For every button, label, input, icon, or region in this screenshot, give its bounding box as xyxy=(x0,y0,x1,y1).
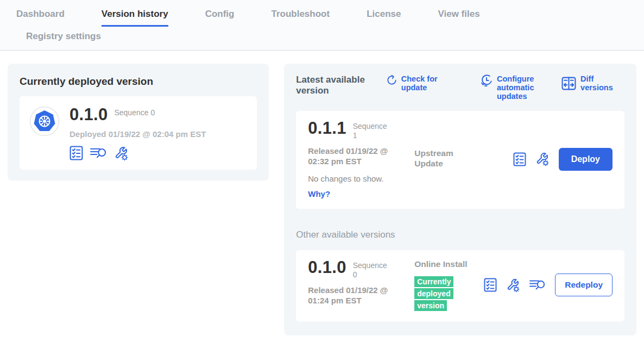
main-content: Currently deployed version xyxy=(0,51,644,335)
nav-row-2: Registry settings xyxy=(16,27,644,50)
currently-deployed-title: Currently deployed version xyxy=(20,76,257,88)
other-released-timestamp: Released 01/19/22 @ 01:24 pm EST xyxy=(308,285,409,306)
redeploy-button[interactable]: Redeploy xyxy=(555,274,613,296)
changes-note: No changes to show. xyxy=(308,174,414,183)
check-for-update-label: Check for update xyxy=(401,74,461,92)
preflight-checks-icon[interactable] xyxy=(484,278,497,292)
nav-row-1: Dashboard Version history Config Trouble… xyxy=(16,9,644,27)
tab-license[interactable]: License xyxy=(367,9,401,27)
preflight-checks-icon[interactable] xyxy=(513,152,526,166)
diff-versions-link[interactable]: Diff versions xyxy=(561,74,624,92)
latest-version-info: 0.1.1 Sequence 1 Released 01/19/22 @ 02:… xyxy=(308,120,414,199)
other-version-source-block: Online Install Currently deployed versio… xyxy=(414,259,484,312)
kubernetes-logo-icon xyxy=(29,106,60,136)
other-version-number: 0.1.0 xyxy=(308,259,346,277)
diff-icon xyxy=(561,77,576,90)
deployed-version-number: 0.1.0 xyxy=(70,106,108,124)
edit-config-icon[interactable] xyxy=(535,152,550,166)
schedule-update-icon xyxy=(481,74,493,88)
latest-version-number: 0.1.1 xyxy=(308,120,346,138)
latest-version-source: Upstream Update xyxy=(414,148,484,199)
latest-available-panel: Latest available version Check for updat… xyxy=(284,64,636,335)
currently-deployed-badge: Currently deployed version xyxy=(414,276,459,312)
configure-automatic-updates-label: Configure automatic updates xyxy=(497,74,561,101)
deploy-logs-icon[interactable] xyxy=(529,278,546,291)
latest-released-timestamp: Released 01/19/22 @ 02:32 pm EST xyxy=(308,146,409,167)
deploy-logs-icon[interactable] xyxy=(90,146,107,160)
tab-version-history[interactable]: Version history xyxy=(102,9,168,27)
tab-view-files[interactable]: View files xyxy=(438,9,479,27)
tab-dashboard[interactable]: Dashboard xyxy=(16,9,65,27)
preflight-checks-icon[interactable] xyxy=(70,146,83,160)
edit-config-icon[interactable] xyxy=(114,146,129,161)
other-version-actions: Redeploy xyxy=(484,259,613,312)
deployed-timestamp: Deployed 01/19/22 @ 02:04 pm EST xyxy=(70,129,206,139)
latest-version-actions: Deploy xyxy=(513,120,613,199)
deployed-sequence-label: Sequence 0 xyxy=(114,108,155,118)
other-version-info: 0.1.0 Sequence 0 Released 01/19/22 @ 01:… xyxy=(308,259,414,312)
latest-panel-header: Latest available version Check for updat… xyxy=(296,74,624,101)
deployed-version-card: 0.1.0 Sequence 0 Deployed 01/19/22 @ 02:… xyxy=(20,96,257,170)
other-sequence-label: Sequence 0 xyxy=(353,261,389,280)
other-versions-title: Other available versions xyxy=(296,229,624,240)
top-nav: Dashboard Version history Config Trouble… xyxy=(0,0,644,51)
diff-versions-label: Diff versions xyxy=(580,74,624,92)
deployed-version-info: 0.1.0 Sequence 0 Deployed 01/19/22 @ 02:… xyxy=(70,106,206,161)
configure-automatic-updates-link[interactable]: Configure automatic updates xyxy=(481,74,561,101)
latest-sequence-label: Sequence 1 xyxy=(353,122,389,141)
other-version-card: 0.1.0 Sequence 0 Released 01/19/22 @ 01:… xyxy=(296,250,624,321)
currently-deployed-badge-text: Currently deployed version xyxy=(414,276,453,311)
tab-troubleshoot[interactable]: Troubleshoot xyxy=(271,9,330,27)
why-link[interactable]: Why? xyxy=(308,189,330,198)
currently-deployed-panel: Currently deployed version xyxy=(8,64,269,181)
deploy-button[interactable]: Deploy xyxy=(559,148,613,171)
check-for-update-link[interactable]: Check for update xyxy=(386,74,461,92)
tab-config[interactable]: Config xyxy=(205,9,235,27)
latest-available-title: Latest available version xyxy=(296,74,373,97)
other-version-source: Online Install xyxy=(414,259,484,269)
refresh-icon xyxy=(386,74,397,86)
latest-version-card: 0.1.1 Sequence 1 Released 01/19/22 @ 02:… xyxy=(296,111,624,209)
edit-config-icon[interactable] xyxy=(506,278,520,293)
tab-registry-settings[interactable]: Registry settings xyxy=(26,31,101,48)
